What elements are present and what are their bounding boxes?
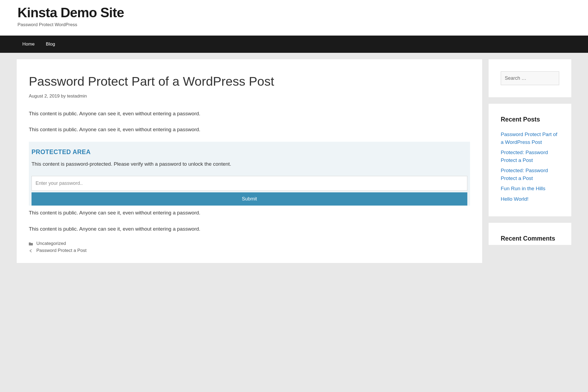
password-input[interactable] <box>32 176 467 191</box>
main-content: Password Protect Part of a WordPress Pos… <box>17 59 482 263</box>
content-wrap: Password Protect Part of a WordPress Pos… <box>0 53 588 269</box>
post-paragraph: This content is public. Anyone can see i… <box>29 225 470 233</box>
folder-icon <box>29 242 33 245</box>
category-row: Uncategorized <box>29 241 470 246</box>
recent-post-link[interactable]: Fun Run in the Hills <box>501 186 545 191</box>
protected-heading: PROTECTED AREA <box>32 148 467 156</box>
recent-post-link[interactable]: Protected: Password Protect a Post <box>501 168 548 181</box>
search-widget <box>489 59 571 97</box>
protected-area: PROTECTED AREA This content is password-… <box>29 142 470 206</box>
site-header: Kinsta Demo Site Password Protect WordPr… <box>0 0 588 36</box>
search-input[interactable] <box>501 71 559 85</box>
submit-button[interactable]: Submit <box>32 192 467 206</box>
recent-post-link[interactable]: Hello World! <box>501 196 528 202</box>
recent-comments-widget: Recent Comments <box>489 223 571 245</box>
post-footer: Uncategorized Password Protect a Post <box>29 241 470 253</box>
post-author[interactable]: testadmin <box>67 93 87 99</box>
sidebar: Recent Posts Password Protect Part of a … <box>489 59 571 245</box>
post-meta: August 2, 2019 by testadmin <box>29 93 470 99</box>
post-title: Password Protect Part of a WordPress Pos… <box>29 74 470 89</box>
post-date: August 2, 2019 <box>29 93 60 99</box>
recent-post-link[interactable]: Password Protect Part of a WordPress Pos… <box>501 131 557 145</box>
protected-description: This content is password-protected. Plea… <box>32 160 467 168</box>
site-title[interactable]: Kinsta Demo Site <box>18 5 570 20</box>
site-tagline: Password Protect WordPress <box>18 22 570 27</box>
post-paragraph: This content is public. Anyone can see i… <box>29 209 470 217</box>
recent-post-link[interactable]: Protected: Password Protect a Post <box>501 150 548 163</box>
nav-item-home[interactable]: Home <box>18 36 40 53</box>
prev-post-row: Password Protect a Post <box>29 248 470 253</box>
recent-posts-widget: Recent Posts Password Protect Part of a … <box>489 104 571 216</box>
prev-post-link[interactable]: Password Protect a Post <box>36 248 86 253</box>
post-by-label: by <box>61 93 66 99</box>
nav-item-blog[interactable]: Blog <box>40 36 61 53</box>
recent-posts-list: Password Protect Part of a WordPress Pos… <box>501 131 559 203</box>
post-paragraph: This content is public. Anyone can see i… <box>29 126 470 133</box>
primary-nav: Home Blog <box>0 36 588 53</box>
recent-posts-title: Recent Posts <box>501 116 559 123</box>
category-link[interactable]: Uncategorized <box>36 241 66 246</box>
post-paragraph: This content is public. Anyone can see i… <box>29 110 470 117</box>
post-body: This content is public. Anyone can see i… <box>29 110 470 233</box>
chevron-left-icon <box>29 249 33 252</box>
recent-comments-title: Recent Comments <box>501 235 559 242</box>
